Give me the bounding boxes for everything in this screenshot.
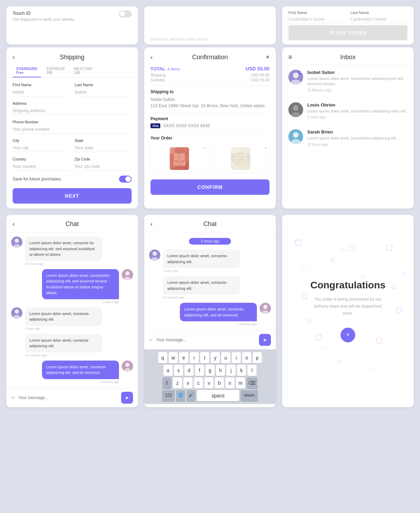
total-label: TOTAL (150, 66, 165, 71)
chat2-message-2: Lorem ipsum dolor amet, consecte adipisi… (149, 276, 271, 299)
key-b[interactable]: b (215, 377, 224, 389)
key-s[interactable]: s (174, 365, 183, 376)
payment-label: Payment (150, 116, 270, 121)
chat2-back-button[interactable]: ‹ (150, 220, 153, 228)
chat2-messages: 2 hours ago Lorem ipsum dolor amet, cons… (144, 232, 276, 330)
svg-rect-11 (247, 153, 250, 162)
edit-icon: ✏ (11, 395, 15, 401)
key-q[interactable]: q (158, 352, 167, 363)
key-z[interactable]: z (173, 377, 182, 389)
inbox-item-sarah[interactable]: Sarah Brien Lorem ipsum dolor amet, cons… (282, 124, 414, 151)
svg-point-56 (392, 286, 395, 289)
key-space[interactable]: space (197, 390, 239, 401)
key-j[interactable]: j (226, 365, 236, 376)
tab-standard[interactable]: STANDARD Free (13, 64, 41, 77)
shipping-header: ‹ Shipping (6, 47, 138, 64)
msg-bubble-3: Lorem ipsum dolor amet, consecte- adipis… (25, 307, 102, 326)
key-mic[interactable]: 🎤 (187, 390, 196, 401)
svg-point-12 (237, 156, 238, 157)
key-m[interactable]: m (236, 377, 245, 389)
product-1-remove[interactable]: × (203, 146, 206, 151)
touch-id-toggle[interactable] (119, 11, 132, 18)
chat2-bubble-2: Lorem ipsum dolor amet, consecte adipisi… (163, 276, 240, 295)
kb-row-2: a s d f g h j k l (146, 365, 274, 376)
cardholder-last-name: Cardholder's Name (350, 16, 407, 23)
confirmation-close-button[interactable]: × (266, 54, 270, 61)
key-x[interactable]: x (183, 377, 192, 389)
message-4: Lorem ipsum dolor amet, consecte adipisi… (11, 334, 133, 357)
key-w[interactable]: w (169, 352, 178, 363)
key-return[interactable]: return (240, 390, 258, 401)
congratulations-close-button[interactable]: × (341, 328, 355, 342)
inbox-menu-button[interactable]: ≡ (288, 54, 292, 61)
chat2-send-button[interactable]: ➤ (259, 334, 271, 346)
key-f[interactable]: f (195, 365, 204, 376)
chat2-avatar-1 (149, 249, 160, 261)
key-i[interactable]: i (232, 352, 241, 363)
shipping-title: Shipping (60, 54, 84, 61)
svg-point-17 (237, 162, 239, 163)
key-shift[interactable]: ⇧ (162, 377, 172, 389)
inbox-content-isobel: Isobel Suton Lorem ipsum dolor amet, con… (307, 70, 407, 92)
tab-express[interactable]: EXPRESS 09$ (43, 64, 68, 77)
kb-row-1: q w e r t y u i o p (146, 352, 274, 363)
inbox-header: ≡ Inbox (282, 47, 414, 65)
next-button[interactable]: NEXT (13, 188, 132, 204)
key-h[interactable]: h (216, 365, 225, 376)
inbox-item-louis[interactable]: Louis Obrien Lorem ipsum dolor amet, con… (282, 97, 414, 124)
inbox-item-isobel[interactable]: 2 Isobel Suton Lorem ipsum dolor amet, c… (282, 65, 414, 97)
chat2-input-row: ✏ ➤ (144, 330, 276, 349)
product-2-remove[interactable]: × (265, 146, 267, 151)
shipping-back-button[interactable]: ‹ (13, 54, 15, 61)
key-e[interactable]: e (179, 352, 188, 363)
chat1-send-button[interactable]: ➤ (121, 392, 133, 404)
key-c[interactable]: c (194, 377, 203, 389)
time-badge-container: 2 hours ago (149, 237, 271, 246)
tab-nextday[interactable]: NEXT-DAY 14$ (70, 64, 96, 77)
chat1-input[interactable] (18, 395, 118, 400)
key-l[interactable]: l (247, 365, 257, 376)
zip-value: Your zip code. (75, 163, 132, 171)
key-r[interactable]: r (190, 352, 199, 363)
msg-text-2: Lorem ipsum dolor amet, consectetur adip… (46, 273, 115, 296)
key-v[interactable]: v (204, 377, 214, 389)
confirmation-back-button[interactable]: ‹ (150, 54, 153, 61)
key-globe[interactable]: 🌐 (176, 390, 185, 401)
key-g[interactable]: g (205, 365, 215, 376)
key-numbers[interactable]: 123 (162, 390, 175, 401)
place-order-button[interactable]: PLACE ORDER (288, 25, 407, 40)
chat2-bubble-3: Lorem ipsum dolor amet, consecte- adipis… (180, 303, 257, 321)
svg-point-38 (125, 363, 130, 367)
first-name-value: Isobel (13, 88, 70, 96)
key-n[interactable]: n (225, 377, 234, 389)
svg-point-14 (243, 156, 244, 157)
svg-rect-50 (377, 338, 382, 343)
chat2-text-2: Lorem ipsum dolor amet, consecte adipisi… (167, 280, 236, 291)
msg-avatar-sent-1 (122, 269, 133, 280)
key-a[interactable]: a (163, 365, 173, 376)
inbox-time-isobel: 15 Minutes ago (307, 88, 407, 92)
inbox-name-sarah: Sarah Brien (307, 129, 407, 135)
chat2-message-3: Lorem ipsum dolor amet, consecte- adipis… (149, 303, 271, 326)
chat2-bubble-1: Lorem ipsum dolor amet, consecte- adipis… (163, 249, 240, 268)
key-p[interactable]: p (253, 352, 262, 363)
key-k[interactable]: k (237, 365, 246, 376)
key-d[interactable]: d (184, 365, 194, 376)
chat1-title: Chat (65, 220, 79, 228)
msg-time-3: 1 hour ago (25, 327, 102, 330)
key-delete[interactable]: ⌫ (246, 377, 258, 389)
svg-point-44 (263, 305, 267, 309)
save-toggle[interactable] (119, 176, 132, 183)
msg-bubble-2: Lorem ipsum dolor amet, consectetur adip… (42, 269, 119, 299)
key-o[interactable]: o (242, 352, 251, 363)
confirm-button[interactable]: CONFIRM (150, 179, 270, 195)
svg-line-63 (343, 248, 346, 252)
key-y[interactable]: y (211, 352, 220, 363)
chat2-message-1: Lorem ipsum dolor amet, consecte- adipis… (149, 249, 271, 273)
chat2-input[interactable] (156, 337, 256, 342)
key-t[interactable]: t (200, 352, 209, 363)
chat1-back-button[interactable]: ‹ (13, 220, 15, 228)
send-icon: ➤ (125, 395, 129, 401)
avatar-sarah (288, 129, 303, 144)
key-u[interactable]: u (221, 352, 230, 363)
